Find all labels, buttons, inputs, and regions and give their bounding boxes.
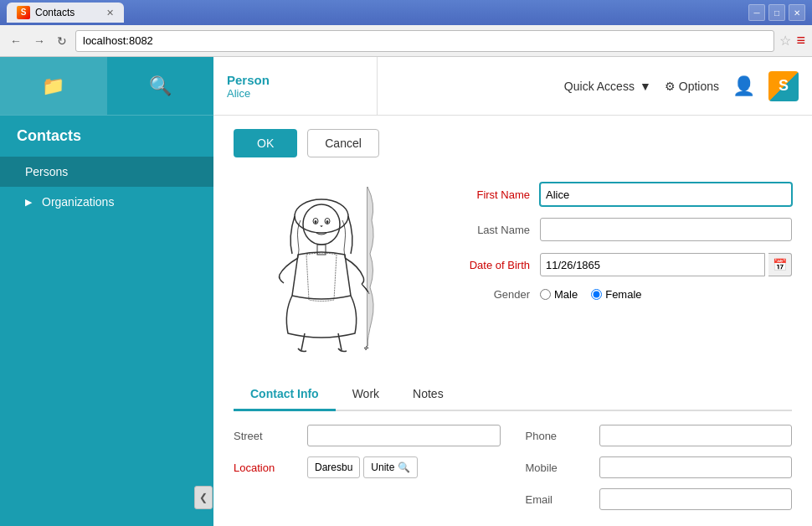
gender-row: Gender Male Female [438,288,792,301]
sidebar-search-button[interactable]: 🔍 [107,57,214,115]
last-name-label: Last Name [438,224,530,236]
form-area: OK Cancel [213,116,812,526]
phone-label: Phone [526,430,593,442]
location-search-icon: 🔍 [398,462,410,473]
phone-row: Phone [526,425,793,446]
gender-male-radio[interactable] [540,289,551,300]
street-label: Street [234,430,301,442]
person-image: ✤ [238,178,414,354]
chevron-right-icon: ▶ [25,197,32,208]
main-content: Person Alice Quick Access ▼ ⚙ Options 👤 … [213,57,812,526]
tab-favicon: S [17,6,30,19]
person-photo: ✤ [234,174,418,358]
refresh-button[interactable]: ↻ [54,33,70,49]
persons-label: Persons [25,165,68,178]
top-bar-actions: Quick Access ▼ ⚙ Options 👤 S [564,71,799,101]
first-name-input[interactable] [540,183,792,206]
minimize-button[interactable]: ─ [748,4,765,21]
dob-container: 📅 [540,253,792,276]
chevron-left-icon: ❮ [199,492,208,503]
mobile-label: Mobile [526,462,593,474]
app-container: 📁 🔍 Contacts Persons ▶ Organizations ❮ P… [0,57,812,526]
gender-male-option[interactable]: Male [540,288,578,301]
user-icon[interactable]: 👤 [732,75,755,97]
location-country-button[interactable]: Unite 🔍 [363,456,418,478]
contact-left-column: Street Location Daresbu Unite 🔍 [234,425,501,510]
tab-work[interactable]: Work [336,379,396,411]
sidebar-item-persons[interactable]: Persons [0,157,213,187]
calendar-icon: 📅 [773,258,787,271]
sidebar-collapse-button[interactable]: ❮ [194,486,213,509]
gender-radio-group: Male Female [540,288,642,301]
ok-button[interactable]: OK [234,129,297,157]
gender-male-label: Male [554,288,578,301]
first-name-label: First Name [438,188,530,201]
contact-info-grid: Street Location Daresbu Unite 🔍 [234,425,792,510]
location-country-label: Unite [371,462,394,473]
browser-menu-icon[interactable]: ≡ [796,32,805,49]
options-button[interactable]: ⚙ Options [665,80,719,93]
first-name-row: First Name [438,183,792,206]
breadcrumb-type: Person [227,73,360,87]
location-city-button[interactable]: Daresbu [307,456,360,478]
bookmark-icon[interactable]: ☆ [779,33,791,49]
email-label: Email [526,493,593,506]
breadcrumb-name: Alice [227,87,360,100]
browser-tab[interactable]: S Contacts ✕ [7,3,124,23]
address-input[interactable] [75,30,774,52]
address-bar: ← → ↻ ☆ ≡ [0,25,812,57]
sidebar-item-organizations[interactable]: ▶ Organizations [0,187,213,217]
sidebar-folder-button[interactable]: 📁 [0,57,107,115]
dob-label: Date of Birth [438,259,530,271]
gender-female-label: Female [605,288,641,301]
breadcrumb: Person Alice [227,57,378,116]
sidebar: 📁 🔍 Contacts Persons ▶ Organizations [0,57,213,526]
titlebar-controls: ─ □ ✕ [748,4,805,21]
email-row: Email [526,488,793,510]
street-input[interactable] [307,425,501,446]
organizations-label: Organizations [42,195,114,209]
email-input[interactable] [599,488,793,510]
location-label: Location [234,462,301,474]
contact-right-column: Phone Mobile Email [526,425,793,510]
mobile-input[interactable] [599,456,793,478]
dob-input[interactable] [540,253,765,276]
back-button[interactable]: ← [7,33,25,49]
cancel-button[interactable]: Cancel [307,129,379,157]
folder-icon: 📁 [42,75,64,97]
tab-contact-info[interactable]: Contact Info [234,379,336,411]
tab-close-button[interactable]: ✕ [106,8,114,18]
svg-point-7 [326,220,329,224]
quick-access-chevron-icon: ▼ [640,80,651,93]
tab-title: Contacts [35,7,75,18]
search-icon: 🔍 [149,75,172,97]
close-button[interactable]: ✕ [789,4,805,21]
contacts-label: Contacts [0,116,213,157]
tab-bar: Contact Info Work Notes [234,379,792,411]
maximize-button[interactable]: □ [768,4,785,21]
app-logo[interactable]: S [768,71,799,101]
sidebar-icon-bar: 📁 🔍 [0,57,213,116]
calendar-button[interactable]: 📅 [768,253,792,276]
svg-text:✤: ✤ [363,345,369,351]
location-buttons: Daresbu Unite 🔍 [307,456,418,478]
person-detail: ✤ First Name Last Name Date of Birth [234,174,792,358]
street-row: Street [234,425,501,446]
person-fields: First Name Last Name Date of Birth 📅 [438,174,792,358]
last-name-input[interactable] [540,218,792,241]
action-buttons: OK Cancel [234,129,792,157]
forward-button[interactable]: → [30,33,49,49]
location-row: Location Daresbu Unite 🔍 [234,456,501,478]
mobile-row: Mobile [526,456,793,478]
top-bar: Person Alice Quick Access ▼ ⚙ Options 👤 … [213,57,812,116]
tab-notes[interactable]: Notes [396,379,460,411]
last-name-row: Last Name [438,218,792,241]
gender-female-option[interactable]: Female [591,288,641,301]
dob-row: Date of Birth 📅 [438,253,792,276]
gender-label: Gender [438,288,530,301]
phone-input[interactable] [599,425,793,446]
options-label: Options [679,80,719,93]
gender-female-radio[interactable] [591,289,602,300]
quick-access-button[interactable]: Quick Access ▼ [564,80,651,93]
gear-icon: ⚙ [665,80,676,93]
